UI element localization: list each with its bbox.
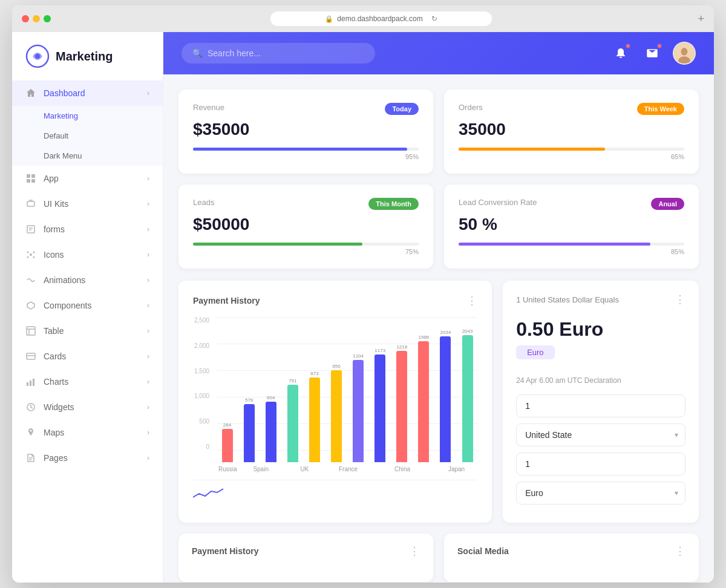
bar-group-spain2: 604 [261, 395, 281, 462]
x-label-spain: Spain [240, 466, 282, 472]
content-area: Revenue Today $35000 95% Orders [163, 74, 714, 583]
cards-icon [25, 351, 36, 362]
sidebar-item-pages[interactable]: Pages › [12, 445, 163, 471]
bar-group-china3: 1986 [414, 335, 434, 462]
sidebar-item-uikits[interactable]: UI Kits › [12, 191, 163, 217]
to-currency-select[interactable]: Euro USD GBP [516, 482, 685, 505]
sidebar-item-widgets[interactable]: Widgets › [12, 394, 163, 420]
conversion-label: Lead Conversion Rate [459, 198, 537, 207]
x-label-china: China [371, 466, 434, 472]
sidebar-item-animations[interactable]: Animations › [12, 267, 163, 293]
from-currency-select-wrapper: United State United Kingdom European Uni… [516, 423, 685, 446]
sidebar-item-maps[interactable]: Maps › [12, 420, 163, 445]
to-currency-select-wrapper: Euro USD GBP [516, 482, 685, 505]
icons-label: Icons [44, 250, 140, 260]
bar-russia [222, 429, 233, 462]
sidebar-item-dashboard[interactable]: Dashboard › [12, 80, 163, 106]
bar-group-china2: 1218 [392, 344, 412, 462]
cards-label: Cards [44, 351, 140, 361]
svg-rect-3 [31, 174, 35, 178]
home-icon [25, 88, 36, 99]
y-label-1500: 1,500 [194, 368, 209, 374]
trend-mini-chart [193, 486, 223, 500]
conversion-badge: Anual [651, 198, 684, 210]
currency-menu[interactable]: ⋮ [675, 293, 685, 306]
browser-window: 🔒 demo.dashboardpack.com ↻ + Marketing [12, 5, 714, 583]
bar-value-france2: 1104 [353, 353, 364, 359]
sidebar-item-default[interactable]: Default [12, 126, 163, 146]
bottom-grid: Payment History ⋮ 2,500 2,000 1,500 1,0 [178, 281, 699, 523]
header: 🔍 [163, 32, 714, 74]
pages-arrow: › [147, 454, 149, 462]
bar-value-france1: 950 [332, 364, 340, 369]
forms-icon [25, 224, 36, 235]
from-currency-select[interactable]: United State United Kingdom European Uni… [516, 423, 685, 446]
currency-tag: Euro [516, 345, 554, 359]
bar-japan1 [440, 336, 451, 462]
browser-dots [22, 15, 51, 22]
search-input[interactable] [208, 48, 364, 58]
social-media-title: Social Media [457, 546, 509, 556]
y-label-2500: 2,500 [194, 317, 209, 324]
uikits-icon [25, 198, 36, 209]
sidebar-item-app[interactable]: App › [12, 166, 163, 191]
sidebar-item-darkmenu[interactable]: Dark Menu [12, 146, 163, 166]
bar-spain2 [266, 402, 276, 462]
bar-group-spain1: 579 [239, 397, 259, 462]
orders-label: Orders [459, 103, 483, 112]
sidebar-navigation: Dashboard › Marketing Default Dark Menu … [12, 80, 163, 583]
sidebar: Marketing Dashboard › Marketing Default … [12, 32, 163, 583]
animations-arrow: › [147, 276, 149, 284]
expand-dot[interactable] [44, 15, 51, 22]
y-label-2000: 2,000 [194, 342, 209, 349]
sidebar-item-forms[interactable]: forms › [12, 217, 163, 242]
app-container: Marketing Dashboard › Marketing Default … [12, 32, 714, 583]
bar-value-uk1: 791 [289, 378, 296, 384]
bar-value-china3: 1986 [418, 335, 429, 340]
to-amount-input[interactable] [516, 452, 685, 475]
icons-arrow: › [147, 250, 149, 259]
close-dot[interactable] [22, 15, 29, 22]
bar-value-spain1: 579 [245, 397, 253, 403]
payment-history-title: Payment History [193, 296, 260, 305]
payment-history-mini-menu[interactable]: ⋮ [409, 544, 420, 558]
social-media-menu[interactable]: ⋮ [675, 544, 685, 558]
sidebar-item-table[interactable]: Table › [12, 318, 163, 344]
svg-rect-7 [27, 226, 34, 233]
from-amount-input[interactable] [516, 394, 685, 417]
bar-value-spain2: 604 [267, 395, 275, 400]
reload-icon[interactable]: ↻ [431, 15, 437, 23]
sidebar-item-icons[interactable]: Icons › [12, 242, 163, 267]
notification-badge [626, 44, 630, 48]
sidebar-item-charts[interactable]: Charts › [12, 369, 163, 394]
table-label: Table [44, 326, 140, 336]
y-label-1000: 1,000 [194, 393, 209, 399]
minimize-dot[interactable] [33, 15, 40, 22]
chart-bars: 284 579 [217, 329, 477, 462]
payment-history-mini-title: Payment History [192, 546, 258, 556]
bar-value-china2: 1218 [396, 344, 407, 350]
svg-point-11 [27, 256, 29, 258]
search-icon: 🔍 [192, 48, 203, 58]
forms-label: forms [44, 224, 140, 234]
pages-icon [25, 452, 36, 463]
avatar[interactable] [673, 42, 696, 65]
sidebar-item-components[interactable]: Components › [12, 293, 163, 318]
x-axis-labels: Russia Spain UK France China Japan [217, 466, 477, 472]
mail-button[interactable] [641, 42, 663, 64]
y-axis-labels: 2,500 2,000 1,500 1,000 500 0 [194, 317, 209, 450]
sidebar-item-marketing[interactable]: Marketing [12, 106, 163, 126]
notification-button[interactable] [610, 42, 632, 64]
svg-point-10 [33, 252, 35, 253]
url-text: demo.dashboardpack.com [337, 15, 422, 23]
bar-uk2 [309, 377, 320, 462]
payment-history-menu[interactable]: ⋮ [466, 294, 477, 307]
new-tab-button[interactable]: + [698, 13, 705, 25]
currency-card: 1 United States Dollar Equals ⋮ 0.50 Eur… [503, 281, 699, 523]
orders-badge: This Week [637, 103, 684, 115]
x-label-japan: Japan [436, 466, 477, 472]
chart-wrapper: 2,500 2,000 1,500 1,000 500 0 [193, 317, 477, 472]
orders-value: 35000 [459, 120, 684, 139]
widgets-label: Widgets [44, 402, 140, 412]
sidebar-item-cards[interactable]: Cards › [12, 344, 163, 369]
